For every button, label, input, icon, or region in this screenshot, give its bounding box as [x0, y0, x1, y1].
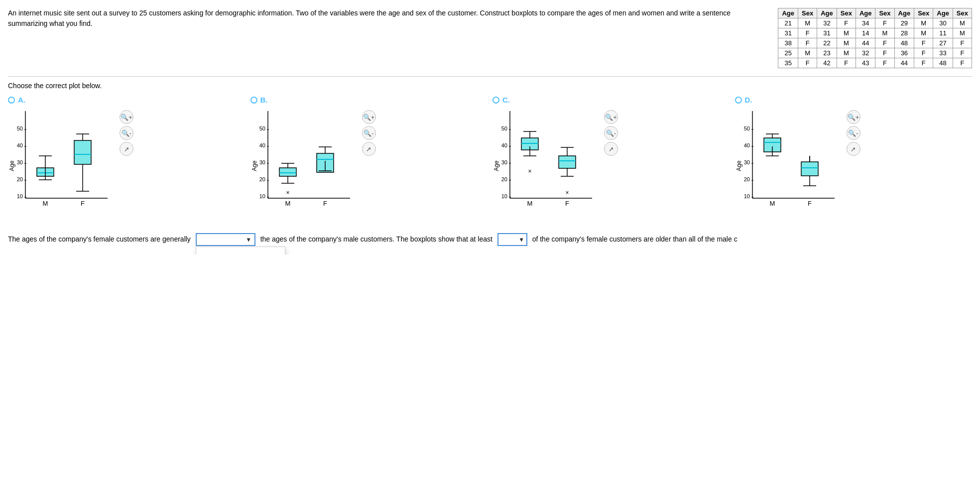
svg-text:M: M — [769, 200, 775, 207]
svg-text:F: F — [81, 200, 85, 207]
table-cell: 29 — [894, 18, 914, 28]
plot-c-svg: Age 10 20 30 40 50 M F — [492, 106, 602, 221]
plot-b-svg-wrap: Age 10 20 30 40 50 M F — [250, 106, 360, 222]
dropdown1[interactable]: ▼ the same as lower than higher than — [196, 233, 255, 247]
svg-text:50: 50 — [17, 125, 23, 131]
table-cell: F — [875, 38, 894, 48]
table-row: 25M23M32F36F33F — [778, 48, 972, 58]
table-cell: M — [837, 28, 856, 38]
y-label-a: Age — [8, 160, 15, 171]
table-header: Sex — [798, 8, 817, 18]
plot-a-svg-wrap: Age 10 20 30 40 50 M — [8, 106, 118, 222]
plot-d-label[interactable]: D. — [735, 96, 973, 104]
zoom-in-icon-c[interactable]: 🔍+ — [604, 110, 618, 124]
zoom-out-icon-b[interactable]: 🔍- — [362, 126, 376, 140]
dropdown1-option-same[interactable]: the same as — [196, 247, 285, 254]
table-cell: 38 — [778, 38, 798, 48]
svg-text:F: F — [808, 200, 812, 207]
svg-text:F: F — [323, 200, 327, 207]
plot-c-label[interactable]: C. — [492, 96, 730, 104]
table-cell: 34 — [856, 18, 875, 28]
plot-c-container: C. Age 10 20 30 40 50 M — [492, 96, 730, 222]
svg-text:40: 40 — [17, 142, 23, 148]
plot-b-area: Age 10 20 30 40 50 M F — [250, 106, 488, 222]
table-cell: 27 — [933, 38, 953, 48]
table-cell: 42 — [817, 58, 837, 68]
data-table: AgeSexAgeSexAgeSexAgeSexAgeSex 21M32F34F… — [778, 8, 972, 68]
svg-text:M: M — [527, 200, 533, 207]
zoom-out-icon-c[interactable]: 🔍- — [604, 126, 618, 140]
table-header: Age — [933, 8, 953, 18]
table-cell: 31 — [778, 28, 798, 38]
plot-b-label[interactable]: B. — [250, 96, 488, 104]
question-text: An internet music site sent out a survey… — [8, 8, 768, 68]
svg-text:F: F — [565, 200, 569, 207]
svg-text:30: 30 — [501, 159, 507, 165]
dropdown1-btn[interactable]: ▼ — [196, 233, 255, 246]
table-cell: 11 — [933, 28, 953, 38]
y-label-b: Age — [251, 160, 258, 171]
table-cell: M — [837, 48, 856, 58]
plot-a-label[interactable]: A. — [8, 96, 245, 104]
table-cell: M — [798, 18, 817, 28]
table-cell: F — [914, 38, 933, 48]
table-cell: F — [875, 58, 894, 68]
table-header: Sex — [914, 8, 933, 18]
plot-d-label-text: D. — [745, 96, 752, 104]
zoom-in-icon-b[interactable]: 🔍+ — [362, 110, 376, 124]
svg-text:40: 40 — [501, 142, 507, 148]
table-cell: M — [914, 28, 933, 38]
svg-text:30: 30 — [259, 159, 265, 165]
plot-c-radio[interactable] — [492, 97, 499, 104]
svg-text:40: 40 — [259, 142, 265, 148]
plot-c-svg-wrap: Age 10 20 30 40 50 M F — [492, 106, 602, 222]
table-cell: 22 — [817, 38, 837, 48]
plot-a-radio[interactable] — [8, 97, 15, 104]
table-cell: M — [837, 38, 856, 48]
svg-text:30: 30 — [743, 159, 749, 165]
export-icon-b[interactable]: ➚ — [362, 142, 376, 156]
y-label-d: Age — [735, 160, 742, 171]
table-cell: 44 — [894, 58, 914, 68]
plot-a-label-text: A. — [18, 96, 25, 104]
zoom-in-icon-d[interactable]: 🔍+ — [847, 110, 860, 124]
dropdown2[interactable]: ▼ — [497, 233, 527, 247]
sentence-part2: the ages of the company's male customers… — [260, 235, 492, 243]
svg-text:M: M — [43, 200, 48, 207]
zoom-in-icon-a[interactable]: 🔍+ — [120, 110, 133, 124]
svg-text:×: × — [565, 189, 569, 196]
table-cell: F — [953, 48, 972, 58]
table-cell: 32 — [856, 48, 875, 58]
table-cell: F — [837, 58, 856, 68]
export-icon-d[interactable]: ➚ — [847, 142, 860, 156]
svg-text:40: 40 — [743, 142, 749, 148]
svg-text:30: 30 — [17, 159, 23, 165]
table-cell: 32 — [817, 18, 837, 28]
plots-row: A. Age 10 20 30 40 — [8, 96, 972, 222]
plot-a-area: Age 10 20 30 40 50 M — [8, 106, 245, 222]
table-cell: 14 — [856, 28, 875, 38]
zoom-out-icon-a[interactable]: 🔍- — [120, 126, 133, 140]
plot-d-radio[interactable] — [735, 97, 742, 104]
table-cell: 28 — [894, 28, 914, 38]
plot-c-zoom-icons: 🔍+ 🔍- ➚ — [604, 110, 618, 156]
plot-c-area: Age 10 20 30 40 50 M F — [492, 106, 730, 222]
dropdown2-btn[interactable]: ▼ — [497, 233, 527, 246]
svg-text:50: 50 — [743, 125, 749, 131]
plot-d-svg-wrap: Age 10 20 30 40 50 M F — [735, 106, 845, 222]
export-icon-a[interactable]: ➚ — [120, 142, 133, 156]
table-header: Sex — [837, 8, 856, 18]
plot-d-area: Age 10 20 30 40 50 M F — [735, 106, 973, 222]
plot-b-radio[interactable] — [250, 97, 257, 104]
table-cell: M — [953, 28, 972, 38]
zoom-out-icon-d[interactable]: 🔍- — [847, 126, 860, 140]
svg-text:×: × — [528, 168, 531, 175]
dropdown1-value — [213, 236, 230, 244]
svg-rect-44 — [279, 168, 296, 176]
table-cell: 25 — [778, 48, 798, 58]
export-icon-c[interactable]: ➚ — [604, 142, 618, 156]
table-header: Age — [856, 8, 875, 18]
table-cell: F — [798, 28, 817, 38]
table-cell: F — [875, 18, 894, 28]
table-cell: F — [875, 48, 894, 58]
